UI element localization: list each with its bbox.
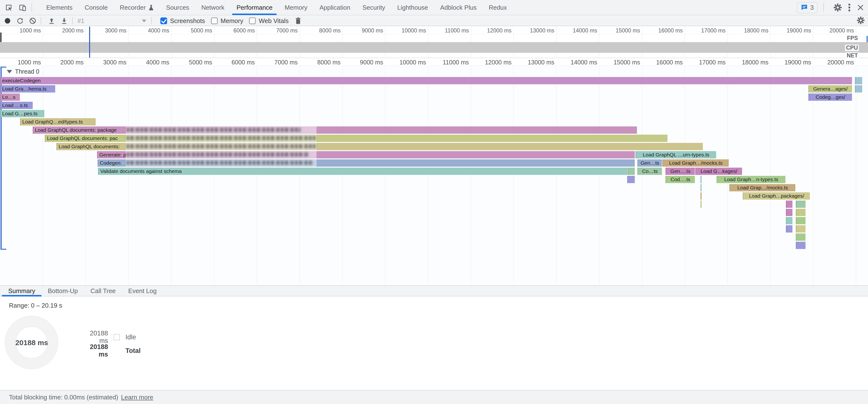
tab-network[interactable]: Network bbox=[195, 0, 230, 15]
tab-security[interactable]: Security bbox=[356, 0, 391, 15]
tab-performance[interactable]: Performance bbox=[230, 0, 279, 15]
flame-bar[interactable]: Load GraphQ…ed/types.ts bbox=[20, 118, 96, 125]
flame-bar[interactable]: Load …s.ts bbox=[0, 102, 33, 109]
screenshots-checkbox[interactable] bbox=[160, 18, 167, 24]
checkbox-screenshots[interactable]: Screenshots bbox=[160, 17, 205, 25]
flame-bar[interactable]: Load G…pes.ts bbox=[0, 110, 44, 117]
flame-bar[interactable]: Load GraphQL …urn-types.ts bbox=[636, 151, 716, 158]
flame-gridline bbox=[214, 66, 214, 285]
flame-bar-fragment[interactable] bbox=[701, 176, 702, 183]
bottom-tab-summary[interactable]: Summary bbox=[2, 286, 41, 296]
flame-bar[interactable]: Load G…kages/ bbox=[695, 167, 742, 175]
flame-tick-label: 16000 ms bbox=[634, 59, 683, 66]
inspect-element-icon[interactable] bbox=[3, 2, 14, 13]
tab-sources[interactable]: Sources bbox=[160, 0, 195, 15]
selection-bracket-serif bbox=[0, 67, 6, 68]
tab-memory[interactable]: Memory bbox=[279, 0, 313, 15]
kebab-menu-icon[interactable] bbox=[848, 3, 850, 12]
device-toolbar-icon[interactable] bbox=[18, 2, 28, 13]
tab-adblock-plus[interactable]: Adblock Plus bbox=[434, 0, 483, 15]
flame-bar-fragment[interactable] bbox=[796, 225, 806, 232]
memory-checkbox[interactable] bbox=[211, 18, 218, 24]
web-vitals-checkbox[interactable] bbox=[249, 18, 256, 24]
tab-elements[interactable]: Elements bbox=[40, 0, 79, 15]
flame-tick-label: 17000 ms bbox=[677, 59, 725, 66]
thread-header[interactable]: Thread 0 bbox=[7, 68, 39, 75]
flame-bar[interactable]: Lo…s bbox=[0, 93, 20, 101]
flame-bar-fragment[interactable] bbox=[786, 225, 793, 232]
flame-bar-fragment[interactable] bbox=[627, 176, 635, 183]
flame-gridline bbox=[385, 66, 385, 285]
overview-tick-label: 13000 ms bbox=[506, 27, 554, 34]
checkbox-memory[interactable]: Memory bbox=[211, 17, 243, 25]
flame-bar[interactable]: Load GraphQL documents: package bbox=[33, 126, 637, 134]
record-button[interactable] bbox=[2, 16, 12, 25]
timeline-overview[interactable]: 1000 ms2000 ms3000 ms4000 ms5000 ms6000 … bbox=[0, 26, 868, 58]
learn-more-link[interactable]: Learn more bbox=[121, 394, 153, 401]
flame-bar[interactable]: Codeg…ges/ bbox=[808, 93, 852, 101]
panel-tabs: ElementsConsoleRecorderSourcesNetworkPer… bbox=[40, 0, 513, 15]
tab-redux[interactable]: Redux bbox=[483, 0, 513, 15]
footer-status-bar: Total blocking time: 0.00ms (estimated) … bbox=[0, 390, 868, 404]
flame-tick-label: 14000 ms bbox=[549, 59, 597, 66]
trash-icon[interactable] bbox=[293, 16, 303, 25]
flame-bar-fragment[interactable] bbox=[796, 242, 806, 249]
flame-gridline bbox=[856, 66, 856, 285]
flame-bar[interactable]: Load Grap…/mocks.ts bbox=[730, 184, 795, 191]
flame-bar[interactable]: executeCodegen bbox=[0, 77, 852, 84]
flame-bar[interactable]: Gen….ts bbox=[665, 167, 695, 175]
load-profile-button[interactable] bbox=[46, 16, 57, 25]
tab-recorder[interactable]: Recorder bbox=[114, 0, 160, 15]
flame-chart[interactable]: Thread 0 executeCodegenLoad Gra…hema.tsG… bbox=[0, 66, 868, 285]
checkbox-label: Screenshots bbox=[170, 17, 205, 25]
save-profile-button[interactable] bbox=[59, 16, 69, 25]
flame-gridline bbox=[300, 66, 300, 285]
tab-lighthouse[interactable]: Lighthouse bbox=[391, 0, 434, 15]
flame-tick-label: 4000 ms bbox=[121, 59, 169, 66]
tab-console[interactable]: Console bbox=[79, 0, 114, 15]
bottom-tab-call-tree[interactable]: Call Tree bbox=[84, 286, 122, 296]
panel-settings-gear-icon[interactable] bbox=[857, 17, 865, 25]
flame-bar[interactable]: Load Graph…packages/ bbox=[743, 192, 810, 199]
flame-bar[interactable]: Load Gra…hema.ts bbox=[0, 85, 55, 93]
reload-and-record-button[interactable] bbox=[15, 16, 25, 25]
legend-row-total: 20188 ms Total bbox=[80, 344, 141, 358]
flame-tick-label: 5000 ms bbox=[164, 59, 212, 66]
redacted-text bbox=[127, 128, 301, 132]
flame-bar-fragment[interactable] bbox=[796, 234, 806, 241]
flame-bar[interactable]: Validate documents against schema bbox=[98, 167, 627, 175]
flame-bar-fragment[interactable] bbox=[701, 184, 702, 191]
overview-tick-label: 10000 ms bbox=[378, 27, 426, 34]
flame-bar-fragment[interactable] bbox=[855, 85, 862, 93]
flame-bar[interactable]: Load Graph…n-types.ts bbox=[717, 176, 785, 183]
bottom-tab-event-log[interactable]: Event Log bbox=[122, 286, 163, 296]
flame-bar[interactable]: Genera…ages/ bbox=[808, 85, 852, 93]
overview-cursor-line[interactable] bbox=[89, 27, 90, 58]
flame-bar-fragment[interactable] bbox=[786, 217, 793, 224]
flame-gridline bbox=[599, 66, 599, 285]
overview-tick-label: 6000 ms bbox=[206, 27, 255, 34]
flame-bar[interactable]: Cod….ts bbox=[665, 176, 695, 183]
close-icon[interactable] bbox=[857, 4, 864, 11]
flame-bar-fragment[interactable] bbox=[701, 192, 702, 199]
flame-bar-fragment[interactable] bbox=[786, 200, 793, 208]
flame-bar-fragment[interactable] bbox=[796, 200, 806, 208]
bottom-tab-bottom-up[interactable]: Bottom-Up bbox=[41, 286, 84, 296]
flame-bar-fragment[interactable] bbox=[628, 167, 635, 175]
flame-bar-fragment[interactable] bbox=[796, 217, 806, 224]
overview-tick-label: 17000 ms bbox=[677, 27, 725, 34]
clear-button[interactable] bbox=[28, 16, 38, 25]
history-select[interactable]: #1 bbox=[75, 18, 148, 25]
tab-application[interactable]: Application bbox=[313, 0, 356, 15]
flame-bar[interactable]: Co…ts bbox=[638, 167, 662, 175]
flame-bar-fragment[interactable] bbox=[855, 77, 862, 84]
flame-bar[interactable]: Gen…ts bbox=[638, 159, 662, 167]
flame-bar[interactable]: Load Graph…/mocks.ts bbox=[662, 159, 729, 167]
chat-issues-button[interactable]: 3 bbox=[797, 2, 817, 13]
checkbox-web-vitals[interactable]: Web Vitals bbox=[249, 17, 288, 25]
window-left-handle[interactable] bbox=[0, 32, 2, 42]
flame-bar-fragment[interactable] bbox=[796, 209, 806, 216]
flame-bar-fragment[interactable] bbox=[701, 200, 702, 208]
flame-bar-fragment[interactable] bbox=[786, 209, 793, 216]
settings-gear-icon[interactable] bbox=[834, 3, 842, 12]
